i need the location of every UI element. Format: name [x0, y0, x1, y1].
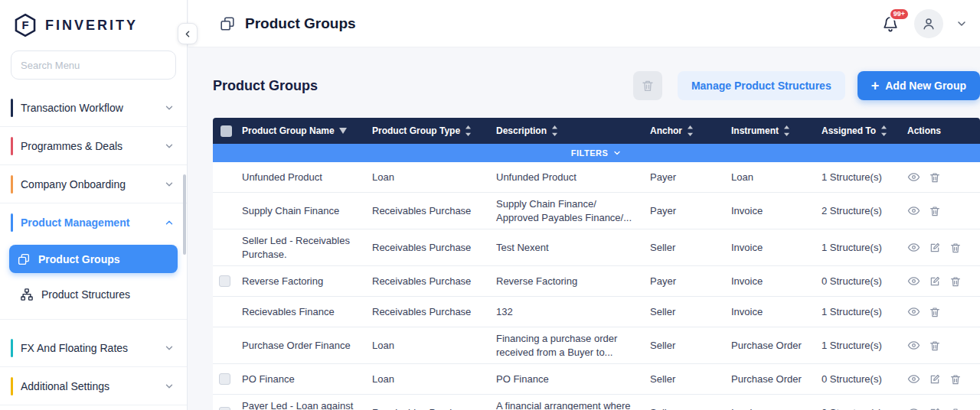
cell-assigned-to: 0 Structure(s) [815, 368, 901, 391]
cell-group-name: Reverse Factoring [236, 270, 366, 293]
notifications-button[interactable]: 99+ [879, 12, 902, 35]
column-product-group-type[interactable]: Product Group Type [366, 125, 490, 136]
delete-button[interactable] [949, 407, 962, 410]
view-button[interactable] [907, 406, 920, 410]
section-heading: Product Groups [213, 78, 318, 94]
delete-button[interactable] [929, 306, 941, 318]
sidebar-item-fx-floating-rates[interactable]: FX And Floating Rates [0, 329, 187, 367]
table-body: Unfunded Product Loan Unfunded Product P… [213, 162, 980, 410]
sidebar-item-transaction-workflow[interactable]: Transaction Workflow [0, 89, 187, 127]
cell-group-name: PO Finance [236, 368, 366, 391]
chevron-down-icon [164, 179, 175, 190]
cell-description: A financial arrangement where a lender p… [490, 395, 644, 410]
cell-anchor: Payer [644, 166, 725, 189]
chevron-up-icon [164, 217, 175, 228]
eye-icon [907, 373, 920, 386]
product-groups-table: Product Group Name Product Group Type De… [213, 118, 980, 410]
sidebar-scrollbar[interactable] [183, 174, 186, 255]
edit-button[interactable] [929, 407, 941, 410]
page-title: Product Groups [219, 15, 356, 32]
sidebar-item-product-structures[interactable]: Product Structures [9, 280, 178, 308]
sidebar-item-product-management[interactable]: Product Management [0, 203, 187, 242]
trash-icon [641, 79, 655, 93]
table-row: Reverse Factoring Receivables Purchase R… [213, 266, 980, 297]
cell-description: Financing a purchase order received from… [490, 327, 644, 363]
trash-icon [949, 275, 962, 288]
delete-button[interactable] [949, 275, 962, 288]
sidebar-item-additional-settings[interactable]: Additional Settings [0, 367, 187, 405]
cell-description: Unfunded Product [490, 166, 644, 189]
accent-bar [11, 339, 13, 357]
trash-icon [949, 407, 962, 410]
table-row: Unfunded Product Loan Unfunded Product P… [213, 162, 980, 193]
edit-icon [929, 242, 941, 254]
view-button[interactable] [907, 204, 920, 217]
table-row: Payer Led - Loan against Payables Receiv… [213, 395, 980, 410]
cell-group-type: Receivables Purchase [366, 402, 490, 410]
chevron-down-icon [164, 102, 175, 113]
select-all-checkbox[interactable] [220, 125, 232, 137]
column-anchor[interactable]: Anchor [644, 125, 725, 136]
edit-button[interactable] [929, 275, 941, 288]
cell-instrument: Purchase Order [725, 368, 815, 391]
cell-anchor: Payer [644, 200, 725, 223]
table-row: Purchase Order Finance Loan Financing a … [213, 327, 980, 364]
edit-button[interactable] [929, 242, 941, 254]
cell-instrument: Invoice [725, 402, 815, 410]
finverity-hexagon-icon: F [12, 12, 38, 38]
view-button[interactable] [907, 171, 920, 184]
cell-assigned-to: 0 Structure(s) [815, 270, 901, 293]
account-menu-chevron-icon[interactable] [956, 18, 968, 30]
cell-description: PO Finance [490, 368, 644, 391]
product-management-submenu: Product Groups Product Structures [0, 242, 187, 320]
trash-icon [929, 171, 941, 184]
eye-icon [907, 339, 920, 352]
edit-icon [929, 275, 941, 288]
chevron-down-icon [612, 148, 622, 158]
manage-product-structures-button[interactable]: Manage Product Structures [678, 71, 845, 100]
cell-anchor: Seller [644, 334, 725, 357]
sort-icon [551, 125, 558, 136]
view-button[interactable] [907, 373, 920, 386]
search-input[interactable] [11, 50, 176, 80]
cell-group-name: Seller Led - Receivables Purchase. [236, 229, 366, 265]
column-assigned-to[interactable]: Assigned To [815, 125, 901, 136]
view-button[interactable] [907, 275, 920, 288]
content-area: Product Groups Manage Product Structures… [188, 47, 980, 410]
delete-button[interactable] [929, 205, 941, 217]
sidebar-collapse-button[interactable] [178, 23, 198, 44]
delete-button[interactable] [929, 340, 941, 352]
delete-button[interactable] [949, 242, 962, 254]
accent-bar [11, 175, 13, 194]
delete-button[interactable] [949, 373, 962, 386]
bulk-delete-button[interactable] [633, 71, 662, 100]
sidebar-item-programmes-deals[interactable]: Programmes & Deals [0, 127, 187, 165]
column-description[interactable]: Description [490, 125, 644, 136]
cell-group-type: Receivables Purchase [366, 270, 490, 293]
row-checkbox[interactable] [219, 373, 230, 385]
edit-button[interactable] [929, 373, 941, 386]
eye-icon [907, 171, 920, 184]
sidebar-item-product-groups[interactable]: Product Groups [9, 245, 178, 273]
column-instrument[interactable]: Instrument [725, 125, 815, 136]
view-button[interactable] [907, 241, 920, 254]
trash-icon [929, 306, 941, 318]
table-row: Supply Chain Finance Receivables Purchas… [213, 193, 980, 229]
filters-bar[interactable]: FILTERS [213, 144, 980, 162]
view-button[interactable] [907, 305, 920, 318]
row-checkbox[interactable] [219, 275, 230, 287]
user-avatar-button[interactable] [914, 9, 943, 38]
sidebar-item-company-onboarding[interactable]: Company Onboarding [0, 165, 187, 203]
cell-group-type: Loan [366, 368, 490, 391]
cell-group-name: Supply Chain Finance [236, 200, 366, 223]
view-button[interactable] [907, 339, 920, 352]
add-new-group-button[interactable]: + Add New Group [858, 71, 980, 100]
accent-bar [11, 99, 13, 117]
column-product-group-name[interactable]: Product Group Name [236, 125, 366, 136]
row-checkbox[interactable] [219, 407, 230, 410]
cell-group-type: Receivables Purchase [366, 301, 490, 324]
table-header: Product Group Name Product Group Type De… [213, 118, 980, 144]
cell-group-name: Unfunded Product [236, 166, 366, 189]
chevron-down-icon [164, 343, 175, 353]
delete-button[interactable] [929, 171, 941, 184]
